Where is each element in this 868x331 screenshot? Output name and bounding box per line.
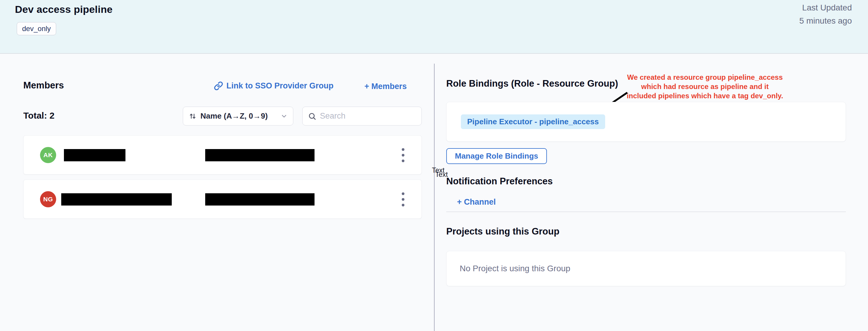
link-icon — [214, 81, 223, 91]
sort-dropdown[interactable]: Name (A→Z, 0→9) — [183, 107, 293, 125]
member-name-redacted — [64, 149, 125, 161]
panel-divider — [434, 64, 435, 331]
projects-empty-card: No Project is using this Group — [446, 251, 846, 286]
page-header: Dev access pipeline dev_only Last Update… — [0, 0, 868, 54]
stray-text-label: Text — [435, 171, 448, 179]
projects-heading: Projects using this Group — [446, 226, 559, 237]
link-sso-provider-group-button[interactable]: Link to SSO Provider Group — [214, 81, 334, 91]
link-sso-label: Link to SSO Provider Group — [226, 81, 334, 91]
member-row: AK — [23, 135, 422, 175]
avatar: AK — [40, 147, 56, 163]
page-title: Dev access pipeline — [15, 4, 113, 15]
member-row: NG — [23, 180, 422, 219]
role-bindings-heading: Role Bindings (Role - Resource Group) — [446, 78, 618, 89]
last-updated: Last Updated 5 minutes ago — [799, 1, 852, 28]
user-group-detail-page: Dev access pipeline dev_only Last Update… — [0, 0, 868, 331]
member-email-redacted — [205, 193, 314, 206]
member-search — [302, 107, 422, 125]
role-bindings-card: Pipeline Executor - pipeline_access — [446, 102, 846, 142]
projects-empty-message: No Project is using this Group — [460, 264, 570, 273]
notification-preferences-heading: Notification Preferences — [446, 176, 553, 187]
sort-selected-value: Name (A→Z, 0→9) — [200, 112, 277, 121]
search-icon — [308, 112, 316, 120]
section-divider — [446, 211, 846, 212]
chevron-down-icon — [280, 113, 288, 120]
member-name-redacted — [61, 193, 172, 206]
sort-arrows-icon — [188, 112, 197, 120]
add-members-button[interactable]: + Members — [364, 82, 407, 91]
role-binding-chip[interactable]: Pipeline Executor - pipeline_access — [461, 114, 605, 129]
group-tag-chip: dev_only — [17, 22, 56, 35]
member-options-menu-button[interactable] — [394, 136, 412, 175]
members-total: Total: 2 — [23, 111, 54, 121]
member-options-menu-button[interactable] — [394, 180, 412, 219]
search-input[interactable] — [320, 112, 416, 121]
manage-role-bindings-button[interactable]: Manage Role Bindings — [446, 148, 547, 164]
members-heading: Members — [23, 80, 64, 91]
last-updated-label: Last Updated — [799, 1, 852, 14]
member-email-redacted — [205, 149, 314, 161]
add-channel-button[interactable]: + Channel — [457, 198, 496, 207]
last-updated-value: 5 minutes ago — [799, 14, 852, 28]
avatar: NG — [40, 191, 56, 207]
